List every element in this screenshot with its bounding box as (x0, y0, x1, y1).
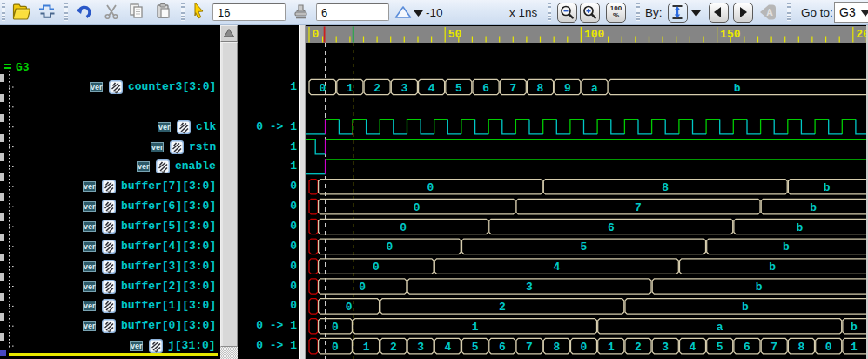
svg-text:b: b (824, 181, 831, 194)
svg-text:9: 9 (564, 82, 571, 95)
svg-text:a: a (591, 82, 598, 95)
svg-text:4: 4 (553, 261, 560, 274)
svg-text:0: 0 (427, 181, 434, 194)
svg-text:0: 0 (319, 82, 326, 95)
svg-text:a: a (717, 321, 723, 334)
svg-text:b: b (769, 261, 776, 274)
svg-text:b: b (742, 301, 749, 314)
svg-text:5: 5 (717, 341, 723, 354)
svg-text:8: 8 (537, 82, 544, 95)
svg-text:1: 1 (347, 82, 353, 95)
svg-text:150: 150 (720, 28, 741, 41)
svg-text:b: b (734, 82, 741, 95)
svg-text:0: 0 (825, 341, 832, 354)
svg-text:5: 5 (472, 341, 479, 354)
svg-text:0: 0 (332, 341, 339, 354)
svg-text:1: 1 (363, 341, 370, 354)
svg-text:0: 0 (313, 28, 320, 41)
svg-text:5: 5 (581, 240, 588, 254)
svg-text:100: 100 (584, 28, 605, 41)
svg-text:3: 3 (662, 341, 669, 354)
svg-text:b: b (756, 281, 763, 294)
svg-text:0: 0 (332, 321, 339, 334)
svg-text:0: 0 (400, 221, 407, 234)
svg-text:b: b (783, 240, 790, 254)
svg-text:A: A (766, 7, 773, 17)
svg-text:7: 7 (509, 82, 516, 95)
svg-text:b: b (797, 221, 804, 234)
svg-text:7: 7 (635, 201, 642, 214)
svg-text:7: 7 (770, 341, 777, 354)
svg-text:6: 6 (744, 341, 750, 354)
svg-text:2: 2 (499, 301, 506, 314)
svg-text:1: 1 (472, 321, 479, 334)
svg-text:6: 6 (608, 221, 615, 234)
svg-text:3: 3 (417, 341, 424, 354)
svg-text:b: b (810, 201, 817, 214)
svg-text:0: 0 (414, 201, 421, 214)
svg-text:8: 8 (662, 181, 669, 194)
svg-text:8: 8 (553, 341, 560, 354)
svg-text:0: 0 (581, 341, 588, 354)
svg-text:2: 2 (635, 341, 642, 354)
svg-text:50: 50 (448, 28, 462, 41)
svg-text:4: 4 (690, 341, 696, 354)
svg-text:0: 0 (359, 281, 366, 294)
svg-text:1: 1 (608, 341, 615, 354)
svg-text:3: 3 (526, 281, 533, 294)
svg-text:0: 0 (346, 301, 353, 314)
svg-text:7: 7 (526, 341, 533, 354)
svg-text:2: 2 (373, 82, 380, 95)
svg-text:3: 3 (400, 82, 407, 95)
svg-text:6: 6 (499, 341, 506, 354)
svg-text:8: 8 (797, 341, 804, 354)
svg-text:4: 4 (444, 341, 451, 354)
svg-text:0: 0 (387, 240, 394, 254)
svg-text:6: 6 (482, 82, 489, 95)
svg-text:4: 4 (428, 82, 435, 95)
svg-text:0: 0 (373, 261, 380, 274)
svg-text:b: b (851, 321, 858, 334)
svg-text:2: 2 (390, 341, 397, 354)
svg-text:1: 1 (851, 341, 858, 354)
svg-text:5: 5 (455, 82, 462, 95)
